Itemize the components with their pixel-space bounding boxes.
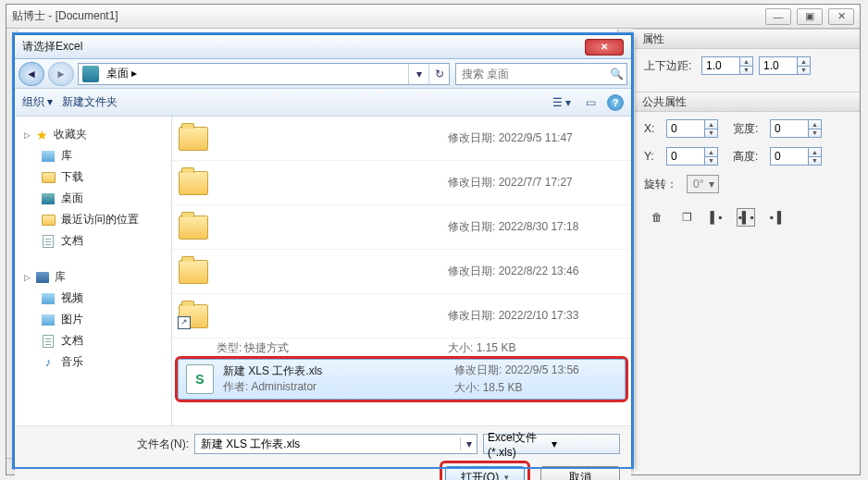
file-row-selected[interactable]: S 新建 XLS 工作表.xls 作者: Administrator 修改日期:… <box>178 359 626 400</box>
refresh-icon[interactable]: ↻ <box>428 64 449 84</box>
delete-icon[interactable]: 🗑 <box>648 208 666 227</box>
file-type: 快捷方式 <box>244 341 289 354</box>
margin-top-spinner[interactable]: ▲▼ <box>701 56 753 75</box>
file-row[interactable]: 修改日期: 2022/8/22 13:46 <box>172 250 631 294</box>
sidebar-item-libraries[interactable]: 库 <box>15 145 171 166</box>
y-label: Y: <box>644 150 661 163</box>
folder-icon <box>179 171 208 195</box>
file-list[interactable]: 修改日期: 2022/9/5 11:47 修改日期: 2022/7/7 17:2… <box>172 117 631 425</box>
filename-dropdown-icon[interactable]: ▾ <box>460 437 477 450</box>
section-header-properties: 属性 <box>635 29 860 49</box>
maximize-button[interactable]: ▣ <box>797 8 823 25</box>
file-name: 新建 XLS 工作表.xls 作者: Administrator <box>223 363 399 395</box>
y-spinner[interactable]: ▲▼ <box>666 147 718 166</box>
width-input[interactable] <box>771 120 808 137</box>
filename-combo[interactable]: ▾ <box>194 434 477 454</box>
sidebar-item-downloads[interactable]: 下载 <box>15 166 171 188</box>
x-input[interactable] <box>667 120 704 137</box>
align-left-icon[interactable]: ▌▪ <box>707 208 725 227</box>
view-mode-button[interactable]: ☰ ▾ <box>549 94 575 111</box>
align-toolbar: 🗑 ❐ ▌▪ ▪▌▪ ▪▐ <box>644 203 850 227</box>
folder-icon <box>42 172 56 183</box>
new-folder-button[interactable]: 新建文件夹 <box>62 94 118 110</box>
margins-label: 上下边距: <box>644 58 696 74</box>
file-date: 2022/2/10 17:33 <box>499 309 579 322</box>
file-size: 18.5 KB <box>483 381 523 394</box>
properties-panel: 属性 上下边距: ▲▼ ▲▼ 公共属性 X: ▲▼ 宽度: ▲▼ Y: ▲▼ <box>634 29 860 474</box>
libraries-icon <box>36 272 49 283</box>
height-spinner[interactable]: ▲▼ <box>770 147 822 166</box>
preview-pane-button[interactable]: ▭ <box>582 94 600 111</box>
sidebar-item-documents-lib[interactable]: 文档 <box>15 330 171 351</box>
file-row[interactable]: 修改日期: 2022/2/10 17:33 <box>172 294 631 338</box>
folder-shortcut-icon <box>179 304 208 328</box>
spin-up-icon[interactable]: ▲ <box>740 57 752 67</box>
x-label: X: <box>644 122 661 135</box>
favorites-group[interactable]: ▷★收藏夹 <box>15 124 171 145</box>
x-spinner[interactable]: ▲▼ <box>666 119 718 138</box>
sidebar-item-recent[interactable]: 最近访问的位置 <box>15 209 171 230</box>
y-input[interactable] <box>667 148 704 165</box>
file-row[interactable]: 修改日期: 2022/7/7 17:27 <box>172 161 631 205</box>
search-input[interactable] <box>456 68 606 80</box>
help-icon[interactable]: ? <box>607 94 624 111</box>
file-date: 2022/9/5 13:56 <box>505 363 579 376</box>
filename-input[interactable] <box>195 437 460 450</box>
rotate-label: 旋转： <box>644 177 681 192</box>
dialog-close-button[interactable]: ✕ <box>585 39 624 55</box>
align-right-icon[interactable]: ▪▐ <box>766 208 785 227</box>
height-input[interactable] <box>771 148 808 165</box>
breadcrumb[interactable]: 桌面 ▸ ▾ ↻ <box>78 63 450 85</box>
library-icon <box>42 151 55 162</box>
dialog-sidebar: ▷★收藏夹 库 下载 桌面 最近访问的位置 文档 ▷库 视频 图片 文档 ♪音乐 <box>15 117 172 425</box>
sidebar-item-music[interactable]: ♪音乐 <box>15 351 171 373</box>
file-date: 2022/9/5 11:47 <box>499 131 573 144</box>
minimize-button[interactable]: — <box>765 8 791 25</box>
close-button[interactable]: ✕ <box>828 8 854 25</box>
libraries-group[interactable]: ▷库 <box>15 266 171 288</box>
copy-icon[interactable]: ❐ <box>677 208 696 227</box>
desktop-icon <box>82 66 99 82</box>
picture-icon <box>42 314 55 326</box>
file-open-dialog: 请选择Excel ✕ ◄ ► 桌面 ▸ ▾ ↻ 🔍 组织 ▾ 新建文件夹 ☰ ▾… <box>14 34 632 467</box>
file-date: 2022/7/7 17:27 <box>499 176 573 189</box>
folder-icon <box>179 215 208 240</box>
spin-up-icon[interactable]: ▲ <box>798 57 810 67</box>
chevron-down-icon: ▾ <box>552 437 615 450</box>
sidebar-item-desktop[interactable]: 桌面 <box>15 188 171 209</box>
music-icon: ♪ <box>41 356 56 369</box>
sidebar-item-videos[interactable]: 视频 <box>15 288 171 309</box>
margin-bottom-input[interactable] <box>760 57 797 74</box>
xls-icon: S <box>186 364 214 394</box>
breadcrumb-text[interactable]: 桌面 ▸ <box>103 66 408 81</box>
width-spinner[interactable]: ▲▼ <box>770 119 822 138</box>
libraries-label: 库 <box>55 269 66 285</box>
app-titlebar: 贴博士 - [Document1] — ▣ ✕ <box>6 5 860 29</box>
favorites-label: 收藏夹 <box>54 127 87 142</box>
folder-icon <box>179 260 208 284</box>
margin-top-input[interactable] <box>702 57 739 74</box>
margin-bottom-spinner[interactable]: ▲▼ <box>759 56 811 75</box>
search-box[interactable]: 🔍 <box>455 63 627 85</box>
spin-down-icon[interactable]: ▼ <box>798 67 810 75</box>
spin-down-icon[interactable]: ▼ <box>740 67 752 75</box>
dialog-toolbar: 组织 ▾ 新建文件夹 ☰ ▾ ▭ ? <box>15 89 631 117</box>
file-row[interactable]: 修改日期: 2022/9/5 11:47 <box>172 117 631 161</box>
cancel-button[interactable]: 取消 <box>540 466 620 480</box>
filetype-combo[interactable]: Excel文件(*.xls) ▾ <box>483 434 620 454</box>
organize-menu[interactable]: 组织 ▾ <box>22 94 53 110</box>
desktop-icon <box>42 193 55 204</box>
sidebar-item-pictures[interactable]: 图片 <box>15 309 171 330</box>
align-center-icon[interactable]: ▪▌▪ <box>737 208 755 227</box>
file-row[interactable]: 修改日期: 2022/8/30 17:18 <box>172 205 631 250</box>
search-icon[interactable]: 🔍 <box>606 68 626 80</box>
file-date: 2022/8/30 17:18 <box>499 220 579 233</box>
breadcrumb-dropdown-icon[interactable]: ▾ <box>408 64 428 84</box>
sidebar-item-documents[interactable]: 文档 <box>15 230 171 252</box>
section-header-public: 公共属性 <box>635 92 860 112</box>
dialog-bottom: 文件名(N): ▾ Excel文件(*.xls) ▾ 打开(O)▾ 取消 <box>15 425 631 480</box>
open-button[interactable]: 打开(O)▾ <box>445 466 525 480</box>
nav-forward-button[interactable]: ► <box>48 62 74 86</box>
rotate-select[interactable]: 0° <box>687 175 719 193</box>
nav-back-button[interactable]: ◄ <box>19 62 44 86</box>
